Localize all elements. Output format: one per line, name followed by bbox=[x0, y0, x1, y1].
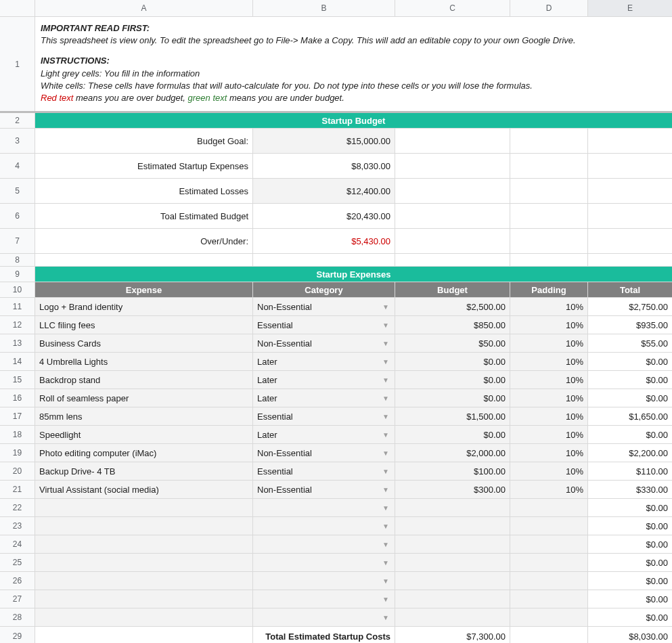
totals-budget[interactable]: $7,300.00 bbox=[395, 627, 510, 643]
totals-label[interactable]: Total Estimated Startup Costs bbox=[253, 627, 395, 643]
budget-value[interactable]: $0.00 bbox=[395, 353, 510, 370]
cell[interactable] bbox=[588, 154, 672, 178]
padding-value[interactable] bbox=[510, 572, 588, 590]
summary-value[interactable]: $12,400.00 bbox=[253, 179, 395, 203]
cell[interactable] bbox=[395, 129, 510, 153]
expense-name[interactable]: 4 Umbrella Lights bbox=[35, 353, 253, 370]
category-dropdown[interactable]: Non-Essential▼ bbox=[257, 302, 390, 312]
cell[interactable] bbox=[510, 129, 588, 153]
padding-value[interactable] bbox=[510, 554, 588, 571]
budget-value[interactable] bbox=[395, 535, 510, 553]
category-dropdown[interactable]: Essential▼ bbox=[257, 320, 390, 330]
col-header-d[interactable]: D bbox=[510, 0, 588, 16]
cell[interactable] bbox=[588, 129, 672, 153]
totals-total[interactable]: $8,030.00 bbox=[588, 627, 672, 643]
row-header[interactable]: 9 bbox=[0, 267, 35, 282]
row-header[interactable]: 29 bbox=[0, 627, 35, 643]
row-header[interactable]: 16 bbox=[0, 389, 35, 407]
row-header[interactable]: 12 bbox=[0, 316, 35, 334]
row-header[interactable]: 6 bbox=[0, 204, 35, 228]
cell[interactable] bbox=[510, 154, 588, 178]
category-dropdown[interactable]: ▼ bbox=[257, 577, 390, 585]
header-expense[interactable]: Expense bbox=[35, 282, 253, 297]
category-dropdown[interactable]: ▼ bbox=[257, 559, 390, 567]
total-value[interactable]: $0.00 bbox=[588, 389, 672, 407]
total-value[interactable]: $110.00 bbox=[588, 462, 672, 480]
total-value[interactable]: $55.00 bbox=[588, 334, 672, 352]
category-cell[interactable]: Essential▼ bbox=[253, 316, 395, 334]
budget-value[interactable]: $1,500.00 bbox=[395, 407, 510, 425]
padding-value[interactable]: 10% bbox=[510, 371, 588, 389]
header-category[interactable]: Category bbox=[253, 282, 395, 297]
row-header[interactable]: 18 bbox=[0, 426, 35, 443]
summary-label[interactable]: Over/Under: bbox=[35, 229, 253, 253]
row-header[interactable]: 3 bbox=[0, 129, 35, 153]
summary-value[interactable]: $20,430.00 bbox=[253, 204, 395, 228]
category-dropdown[interactable]: ▼ bbox=[257, 523, 390, 530]
budget-value[interactable]: $300.00 bbox=[395, 481, 510, 498]
select-all-cell[interactable] bbox=[0, 0, 35, 16]
category-cell[interactable]: ▼ bbox=[253, 499, 395, 516]
category-dropdown[interactable]: ▼ bbox=[257, 614, 390, 621]
budget-value[interactable]: $850.00 bbox=[395, 316, 510, 334]
cell[interactable] bbox=[395, 154, 510, 178]
row-header[interactable]: 10 bbox=[0, 282, 35, 297]
padding-value[interactable] bbox=[510, 590, 588, 608]
category-cell[interactable]: Non-Essential▼ bbox=[253, 481, 395, 498]
category-cell[interactable]: Non-Essential▼ bbox=[253, 444, 395, 462]
cell[interactable] bbox=[510, 204, 588, 228]
budget-value[interactable]: $100.00 bbox=[395, 462, 510, 480]
cell[interactable] bbox=[510, 627, 588, 643]
budget-value[interactable] bbox=[395, 499, 510, 516]
row-header[interactable]: 19 bbox=[0, 444, 35, 462]
cell[interactable] bbox=[510, 179, 588, 203]
row-header[interactable]: 14 bbox=[0, 353, 35, 370]
summary-label[interactable]: Estimated Losses bbox=[35, 179, 253, 203]
padding-value[interactable]: 10% bbox=[510, 407, 588, 425]
row-header[interactable]: 25 bbox=[0, 554, 35, 571]
expense-name[interactable] bbox=[35, 499, 253, 516]
total-value[interactable]: $0.00 bbox=[588, 371, 672, 389]
expense-name[interactable]: 85mm lens bbox=[35, 407, 253, 425]
total-value[interactable]: $0.00 bbox=[588, 572, 672, 590]
col-header-b[interactable]: B bbox=[253, 0, 395, 16]
row-header[interactable]: 5 bbox=[0, 179, 35, 203]
expense-name[interactable] bbox=[35, 590, 253, 608]
expense-name[interactable]: Backup Drive- 4 TB bbox=[35, 462, 253, 480]
cell[interactable] bbox=[395, 179, 510, 203]
instruction-cell[interactable]: IMPORTANT READ FIRST: This spreadsheet i… bbox=[35, 17, 672, 111]
row-header[interactable]: 20 bbox=[0, 462, 35, 480]
cell[interactable] bbox=[588, 204, 672, 228]
col-header-a[interactable]: A bbox=[35, 0, 253, 16]
expense-name[interactable]: Logo + Brand identity bbox=[35, 298, 253, 315]
category-dropdown[interactable]: ▼ bbox=[257, 541, 390, 548]
budget-value[interactable]: $0.00 bbox=[395, 426, 510, 443]
total-value[interactable]: $0.00 bbox=[588, 353, 672, 370]
expense-name[interactable]: Speedlight bbox=[35, 426, 253, 443]
summary-label[interactable]: Budget Goal: bbox=[35, 129, 253, 153]
expense-name[interactable]: LLC filing fees bbox=[35, 316, 253, 334]
cell[interactable] bbox=[395, 204, 510, 228]
row-header[interactable]: 22 bbox=[0, 499, 35, 516]
category-cell[interactable]: ▼ bbox=[253, 590, 395, 608]
category-dropdown[interactable]: ▼ bbox=[257, 504, 390, 512]
category-cell[interactable]: ▼ bbox=[253, 608, 395, 626]
padding-value[interactable] bbox=[510, 517, 588, 535]
cell[interactable] bbox=[588, 254, 672, 266]
col-header-c[interactable]: C bbox=[395, 0, 510, 16]
total-value[interactable]: $0.00 bbox=[588, 554, 672, 571]
row-header[interactable]: 7 bbox=[0, 229, 35, 253]
summary-label[interactable]: Estimated Startup Expenses bbox=[35, 154, 253, 178]
total-value[interactable]: $2,200.00 bbox=[588, 444, 672, 462]
budget-value[interactable]: $2,500.00 bbox=[395, 298, 510, 315]
row-header[interactable]: 17 bbox=[0, 407, 35, 425]
row-header[interactable]: 13 bbox=[0, 334, 35, 352]
padding-value[interactable]: 10% bbox=[510, 353, 588, 370]
summary-value[interactable]: $8,030.00 bbox=[253, 154, 395, 178]
row-header[interactable]: 27 bbox=[0, 590, 35, 608]
summary-label[interactable]: Toal Estimated Budget bbox=[35, 204, 253, 228]
category-dropdown[interactable]: Essential▼ bbox=[257, 412, 390, 422]
padding-value[interactable]: 10% bbox=[510, 389, 588, 407]
expense-name[interactable] bbox=[35, 608, 253, 626]
category-dropdown[interactable]: Later▼ bbox=[257, 357, 390, 367]
